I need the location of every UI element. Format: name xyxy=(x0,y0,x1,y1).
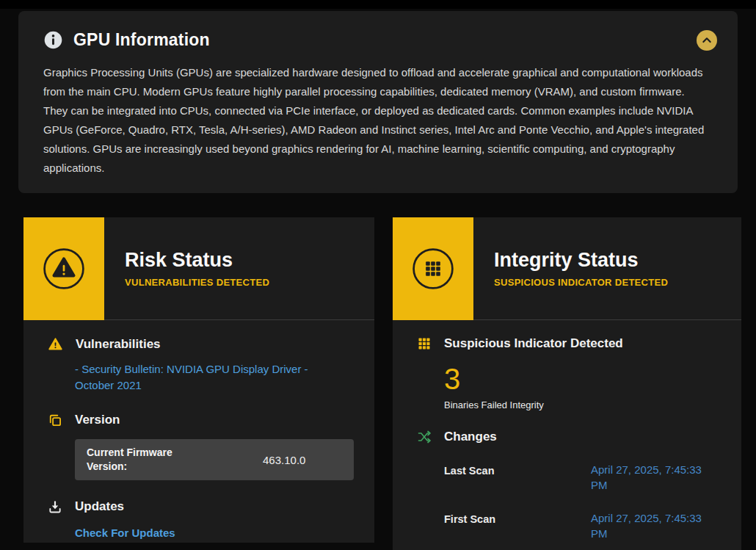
changes-section-heading: Changes xyxy=(417,430,719,444)
warning-triangle-icon xyxy=(48,336,63,352)
risk-status-header: Risk Status VULNERABILITIES DETECTED xyxy=(23,217,374,320)
copy-icon xyxy=(48,413,62,427)
firmware-version-box: Current Firmware Version: 463.10.0 xyxy=(75,439,354,480)
indicator-heading: Suspicious Indicator Detected xyxy=(444,336,623,351)
integrity-status-badge xyxy=(393,217,473,320)
risk-status-body: Vulnerabilities - Security Bulletin: NVI… xyxy=(23,320,374,541)
vulnerabilities-heading: Vulnerabilities xyxy=(76,337,161,352)
gpu-information-description: Graphics Processing Units (GPUs) are spe… xyxy=(43,63,711,178)
first-scan-row: First Scan April 27, 2025, 7:45:33 PM xyxy=(444,510,719,541)
version-section-heading: Version xyxy=(48,413,352,427)
integrity-status-body: Suspicious Indicator Detected 3 Binaries… xyxy=(393,320,741,541)
risk-status-titles: Risk Status VULNERABILITIES DETECTED xyxy=(125,249,269,288)
risk-status-badge xyxy=(23,217,104,320)
failed-binaries-caption: Binaries Failed Integrity xyxy=(444,399,719,410)
check-for-updates-link[interactable]: Check For Updates xyxy=(75,525,352,541)
first-scan-label: First Scan xyxy=(444,510,591,525)
top-strip xyxy=(0,0,756,9)
grid-icon xyxy=(412,247,454,290)
last-scan-value: April 27, 2025, 7:45:33 PM xyxy=(591,462,719,493)
failed-binaries-count: 3 xyxy=(444,363,719,395)
gpu-information-card: GPU Information Graphics Processing Unit… xyxy=(18,11,738,193)
integrity-status-titles: Integrity Status SUSPICIOUS INDICATOR DE… xyxy=(494,249,668,288)
vulnerabilities-section-heading: Vulnerabilities xyxy=(48,336,352,352)
first-scan-value: April 27, 2025, 7:45:33 PM xyxy=(591,510,719,541)
status-cards-row: Risk Status VULNERABILITIES DETECTED Vul… xyxy=(23,217,741,550)
page-title: GPU Information xyxy=(73,30,210,50)
page: GPU Information Graphics Processing Unit… xyxy=(0,0,756,550)
last-scan-label: Last Scan xyxy=(444,462,591,477)
collapse-button[interactable] xyxy=(697,30,717,51)
download-icon xyxy=(48,499,62,514)
risk-status-subtitle: VULNERABILITIES DETECTED xyxy=(125,277,269,288)
integrity-status-title: Integrity Status xyxy=(494,249,668,272)
warning-triangle-icon xyxy=(43,247,85,290)
grid-icon xyxy=(417,336,432,351)
integrity-status-card: Integrity Status SUSPICIOUS INDICATOR DE… xyxy=(393,217,741,550)
risk-status-card: Risk Status VULNERABILITIES DETECTED Vul… xyxy=(23,217,374,543)
gpu-information-header: GPU Information xyxy=(43,30,711,50)
indicator-section-heading: Suspicious Indicator Detected xyxy=(417,336,719,351)
integrity-status-subtitle: SUSPICIOUS INDICATOR DETECTED xyxy=(494,277,668,288)
integrity-status-header: Integrity Status SUSPICIOUS INDICATOR DE… xyxy=(393,217,741,320)
shuffle-icon xyxy=(417,430,432,444)
info-icon xyxy=(43,30,63,50)
risk-status-title: Risk Status xyxy=(125,249,269,272)
updates-section-heading: Updates xyxy=(48,499,352,514)
last-scan-row: Last Scan April 27, 2025, 7:45:33 PM xyxy=(444,462,719,493)
security-bulletin-link[interactable]: - Security Bulletin: NVIDIA GPU Display … xyxy=(75,361,343,394)
version-heading: Version xyxy=(75,413,120,427)
changes-heading: Changes xyxy=(444,430,497,444)
updates-heading: Updates xyxy=(75,499,124,514)
firmware-version-value: 463.10.0 xyxy=(263,454,305,466)
firmware-version-label: Current Firmware Version: xyxy=(87,446,189,474)
chevron-up-icon xyxy=(701,35,713,46)
